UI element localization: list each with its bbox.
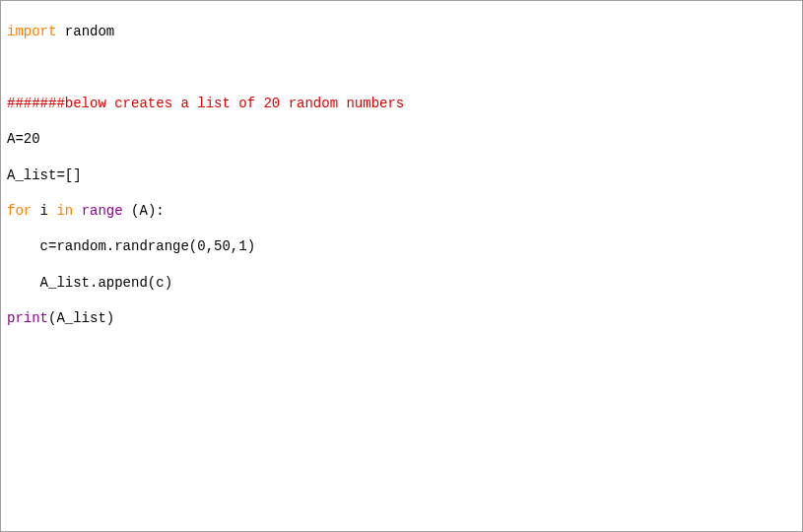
comment: #######below creates a list of 20 random… bbox=[7, 96, 404, 111]
code-line: print(A_list) bbox=[7, 309, 796, 327]
code-line: #######below creates a list of 20 random… bbox=[7, 95, 796, 112]
keyword-for: for bbox=[7, 203, 32, 219]
code-line: import random bbox=[7, 23, 796, 40]
code-line: A_list.append(c) bbox=[7, 274, 796, 292]
module-name: random bbox=[56, 24, 114, 39]
code-line-blank bbox=[7, 453, 796, 471]
keyword-import: import bbox=[7, 24, 56, 39]
code-editor[interactable]: import random #######below creates a lis… bbox=[0, 0, 803, 532]
code-line-blank bbox=[7, 59, 796, 77]
code-line: for i in range (A): bbox=[7, 202, 796, 220]
code-text: A_list.append(c) bbox=[7, 275, 172, 291]
code-line-blank bbox=[7, 524, 796, 532]
code-line: A_list=[] bbox=[7, 166, 796, 184]
code-line-blank bbox=[7, 417, 796, 434]
code-line-blank bbox=[7, 346, 796, 364]
builtin-print: print bbox=[7, 310, 48, 326]
code-text: i bbox=[32, 203, 56, 219]
code-line-blank bbox=[7, 489, 796, 506]
code-text: (A): bbox=[123, 203, 165, 219]
code-text: A=20 bbox=[7, 131, 40, 147]
code-text: (A_list) bbox=[48, 310, 114, 326]
keyword-in: in bbox=[56, 203, 73, 219]
code-line: A=20 bbox=[7, 130, 796, 148]
code-line-blank bbox=[7, 381, 796, 399]
builtin-range: range bbox=[73, 203, 122, 219]
code-line: c=random.randrange(0,50,1) bbox=[7, 237, 796, 255]
code-text: c=random.randrange(0,50,1) bbox=[7, 238, 255, 254]
code-text: A_list=[] bbox=[7, 167, 82, 183]
